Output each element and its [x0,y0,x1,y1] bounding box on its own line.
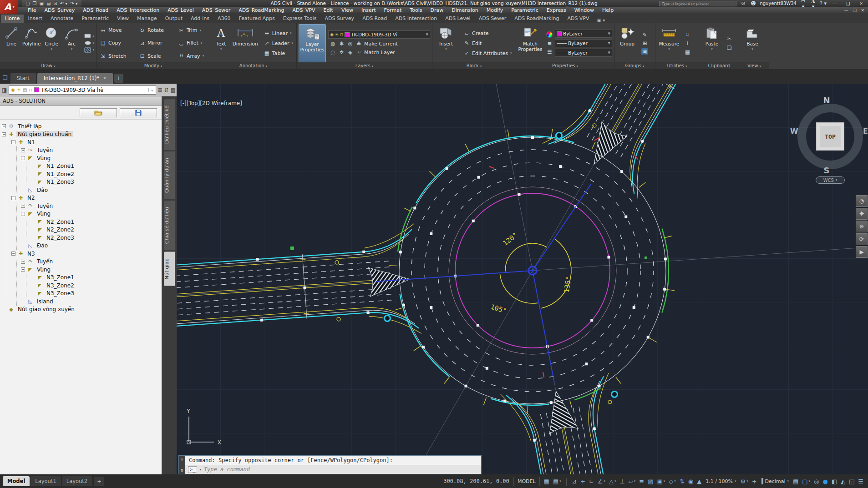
array-button[interactable]: ⠿Array▾ [177,50,210,62]
layer-prev-icon[interactable]: ⇵ [164,87,169,93]
command-recent-caret[interactable]: ▾ [199,468,202,472]
new-drawing-tab-button[interactable]: + [114,74,123,83]
close-button[interactable]: ✕ [856,1,866,6]
tree-expander[interactable]: − [2,132,6,136]
layer-unlock2-icon[interactable]: ◈ [347,49,354,55]
signed-in-user[interactable]: nguyentt83W34 [760,1,797,6]
fillet-button[interactable]: ◡Fillet▾ [177,37,210,49]
menu-parametric[interactable]: Parametric [507,7,543,14]
tree-expander[interactable]: − [21,267,25,272]
tree-item-o[interactable]: +◺Đảo [21,242,160,250]
panel-label-properties[interactable]: Properties▾ [516,62,614,69]
color-wheel-icon[interactable] [546,31,553,38]
menu-window[interactable]: Window [570,7,598,14]
group-edit-icon[interactable]: ⊞ [641,40,648,46]
workspace-gear-icon[interactable]: ⚙▾ [741,478,748,485]
restore-button[interactable]: ❑ [843,1,853,6]
layer-walk-icon[interactable]: ✲ [338,49,345,55]
tree-item-n3-zone2[interactable]: +◤N3_Zone2 [30,282,160,290]
polyline-button[interactable]: Polyline [22,24,41,62]
trim-caret[interactable]: ▾ [199,29,201,32]
tree-item-n2[interactable]: −✚N2 [11,194,160,202]
layer-iso-icon[interactable]: ✱ [338,40,345,47]
tree-item-n-t-giao-ti-u-chu-n[interactable]: −✚Nút giao tiêu chuẩn [2,131,160,139]
group-button[interactable]: Group [616,24,638,62]
layer-properties-button[interactable]: Layer Properties [299,24,326,62]
tree-expander[interactable]: − [21,156,25,160]
tree-item-n3-zone3[interactable]: +◤N3_Zone3 [30,290,160,298]
layout-tab-layout2[interactable]: Layout2 [62,476,92,486]
text-button[interactable]: A Text▾ [212,24,230,62]
tree-expander[interactable]: − [11,196,15,200]
panel-label-utilities[interactable]: Utilities▾ [655,62,699,69]
open-project-button[interactable] [80,108,117,117]
tree-item-n1-zone2[interactable]: +◤N1_Zone2 [30,170,160,178]
layout-tab-model[interactable]: Model [3,476,30,486]
lineweight-icon[interactable]: ≡ [639,478,644,485]
rectangle-tool-button[interactable]: ▾ [84,34,95,39]
ribbon-tab-a360[interactable]: A360 [213,15,235,23]
panel-label-modify[interactable]: Modify▾ [96,62,210,69]
ribbon-tab-insert[interactable]: Insert [24,15,46,23]
snap-mode-icon[interactable]: ▤▾ [553,478,561,485]
compass-south[interactable]: S [824,166,830,175]
tree-item-thi-t-l-p[interactable]: +⚙Thiết lập [2,122,160,131]
circle-button[interactable]: Circle▾ [42,24,61,62]
menu-edit[interactable]: Edit [320,7,337,14]
tree-item-n2-zone3[interactable]: +◤N2_Zone3 [30,234,160,242]
menu-tools[interactable]: Tools [406,7,426,14]
layer-panel-icon[interactable]: ◨ [2,87,7,93]
tree-item-tuy-n[interactable]: +↷Tuyến [21,202,160,210]
line-button[interactable]: Line [2,24,21,62]
doc-close-button[interactable]: ✕ [861,8,864,13]
ribbon-tab-annotate[interactable]: Annotate [46,15,77,23]
ribbon-tab-ads-intersection[interactable]: ADS Intersection [391,15,441,23]
edit-button[interactable]: ✎Edit [462,40,513,47]
object-color-select[interactable]: ByLayer▼ [555,30,612,38]
qat-new-icon[interactable]: ▢ [25,0,30,7]
tree-item-n2-zone1[interactable]: +◤N2_Zone1 [30,218,160,226]
ribbon-layer-select[interactable]: ◉ ☀ ⊓ TK-DBO-1909-3D Vỉ ▼ [328,30,430,39]
base-dropdown-caret[interactable]: ▾ [751,47,753,51]
layer-states-icon[interactable]: ≣ [158,87,162,93]
doc-tab-intersection-r12-1[interactable]: Intersection_R12 (1)*✕ [37,73,113,84]
tree-expander[interactable]: − [11,140,15,144]
tree-item-tuy-n[interactable]: +↷Tuyến [21,146,160,155]
help-icon[interactable]: ? ▾ [820,0,827,6]
circle-dropdown-caret[interactable]: ▾ [51,47,53,51]
alert-icon[interactable]: ◭ [841,478,845,485]
compass-west[interactable]: W [790,127,798,136]
menu-ads-level[interactable]: ADS_Level [163,7,198,14]
insert-button[interactable]: Insert▾ [434,24,458,62]
tree-item-n3[interactable]: −✚N3 [11,250,160,258]
ribbon-tab-output[interactable]: Output [161,15,187,23]
ribbon-tab-ads-road[interactable]: ADS Road [358,15,391,23]
qat-saveas-icon[interactable]: ▤ [46,0,51,7]
file-tabs-icon[interactable]: ❒ [3,75,8,81]
app-logo[interactable]: A▾ [0,0,18,14]
autoscale-icon[interactable]: ▲ [697,478,701,485]
measure-button[interactable]: Measure▾ [657,24,681,62]
tree-item-v-ng[interactable]: −◤Vùng [21,266,160,274]
side-tab-d-li-u-thi-t-k[interactable]: Dữ liệu thiết kế [164,99,175,150]
tree-expander[interactable]: + [21,260,25,264]
move-button[interactable]: ↔Move [98,24,137,36]
tree-expander[interactable]: − [11,252,15,256]
menu-file[interactable]: File [24,7,40,14]
table-button[interactable]: ▦Table [262,50,294,57]
command-close-icon[interactable]: ✕ [181,457,183,462]
isolate-objects-icon[interactable]: ◎ [814,478,819,485]
panel-label-layers[interactable]: Layers▾ [297,62,432,69]
tree-item-o[interactable]: +◺Đảo [21,186,160,194]
3d-object-snap-icon[interactable]: ◇▾ [669,478,676,485]
clean-screen-icon[interactable]: ◱ [849,478,854,485]
search-icon[interactable]: ⊙ [740,0,746,6]
menu-format[interactable]: Format [380,7,406,14]
ungroup-icon[interactable]: ✎ [641,32,648,38]
tree-expander[interactable]: − [21,212,25,216]
panel-label-clipboard[interactable]: Clipboard [699,62,739,69]
ribbon-tab-home[interactable]: Home [1,15,24,23]
dimension-button[interactable]: Dimension [232,24,258,62]
tree-item-v-ng[interactable]: −◤Vùng [21,210,160,218]
hatch-tool-button[interactable]: ▾ [84,47,95,53]
